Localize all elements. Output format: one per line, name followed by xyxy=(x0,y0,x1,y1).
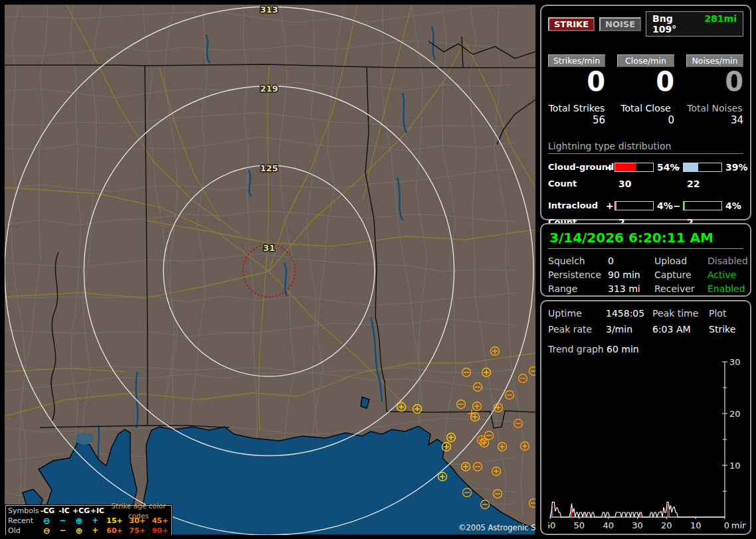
total-value: 56 xyxy=(548,114,605,126)
x-tick-label: 30 xyxy=(632,520,643,530)
total-label: Total Strikes xyxy=(548,103,605,114)
status-value: Active xyxy=(708,270,748,280)
status-label: Upload xyxy=(654,256,708,266)
plus-sign: + xyxy=(606,200,614,211)
legend-col-header: +CG xyxy=(72,506,89,516)
count-label: Count xyxy=(548,179,606,189)
legend-col-header: +IC xyxy=(89,506,106,516)
lightning-map[interactable]: 31321912531©2005 Astrogenic Systems Symb… xyxy=(5,5,535,535)
plus-bar xyxy=(614,163,654,172)
distribution-title: Lightning type distribution xyxy=(548,141,743,154)
legend-row-label: Old xyxy=(6,526,39,535)
y-tick-label: 30 xyxy=(729,358,741,367)
legend-col-header: -IC xyxy=(56,506,72,516)
minus-count: 22 xyxy=(683,179,723,189)
legend-age-code: 90+ xyxy=(149,526,171,535)
mode-row: STRIKE NOISE Bng 109° 281mi xyxy=(548,11,743,37)
rate-counters: Strikes/min0Total Strikes56Close/min0Tot… xyxy=(548,54,743,126)
minus-bar xyxy=(683,163,722,172)
map-legend: Symbols-CG-IC+CG+ICStrike age color code… xyxy=(5,505,172,535)
range-ring-label: 125 xyxy=(260,163,278,173)
bearing-distance: 281mi xyxy=(704,13,737,35)
status-label: Range xyxy=(548,283,608,294)
x-tick-label: 60 xyxy=(548,520,555,530)
distribution-count-row: Count3022 xyxy=(548,177,743,191)
distribution-row: Intracloud+4%−4% xyxy=(548,198,743,212)
rate-counter: Strikes/min0Total Strikes56 xyxy=(548,54,605,126)
uptime-cell: Peak time xyxy=(652,308,709,319)
y-tick-label: 20 xyxy=(729,409,741,419)
legend-age-code: 60+ xyxy=(104,526,126,535)
x-tick-label: 50 xyxy=(574,520,585,530)
strike-stats-panel: STRIKE NOISE Bng 109° 281mi Strikes/min0… xyxy=(540,5,751,220)
trend-line-strike-rate xyxy=(550,502,725,517)
minus-bar xyxy=(683,201,722,210)
plus-bar xyxy=(614,201,654,210)
legend-col-header: -CG xyxy=(39,506,56,516)
trend-graph-window: 60 min xyxy=(607,344,639,354)
status-label: Capture xyxy=(654,270,708,280)
minus-sign: − xyxy=(673,200,683,211)
x-tick-label: 20 xyxy=(661,520,672,530)
trend-graph-row: Trend graph 60 min xyxy=(548,344,743,354)
lightning-type-distribution: Lightning type distribution Cloud-ground… xyxy=(548,141,743,229)
x-tick-label: 40 xyxy=(603,520,614,530)
uptime-label: Peak rate xyxy=(548,324,606,335)
total-value: 0 xyxy=(617,114,674,126)
minus-sign: − xyxy=(673,162,683,173)
legend-symbols-header: Symbols xyxy=(6,506,39,516)
uptime-label: Uptime xyxy=(548,308,606,319)
uptime-cell: 6:03 AM xyxy=(652,324,709,335)
nexstorm-window: 31321912531©2005 Astrogenic Systems Symb… xyxy=(0,0,756,539)
copyright-text: ©2005 Astrogenic Systems xyxy=(458,523,535,532)
minus-percentage: 39% xyxy=(723,162,748,173)
uptime-cell: Strike xyxy=(709,324,743,335)
legend-row-label: Recent xyxy=(6,516,39,526)
status-value: 0 xyxy=(608,256,654,266)
rate-counter-button[interactable]: Strikes/min xyxy=(548,54,605,67)
plus-percentage: 54% xyxy=(654,162,673,173)
status-value: Enabled xyxy=(708,283,748,294)
x-tick-label: 10 xyxy=(690,520,702,530)
datetime-display: 3/14/2026 6:20:11 AM xyxy=(548,228,743,249)
trend-graph-label: Trend graph xyxy=(548,344,607,354)
rate-value: 0 xyxy=(617,68,674,96)
total-value: 34 xyxy=(686,114,743,126)
bearing-value: Bng 109° xyxy=(652,13,695,35)
plus-count: 30 xyxy=(614,179,654,189)
bearing-display: Bng 109° 281mi xyxy=(646,11,743,37)
rate-counter-button[interactable]: Close/min xyxy=(617,54,674,67)
status-label: Squelch xyxy=(548,256,608,266)
strike-mode-button[interactable]: STRIKE xyxy=(548,17,595,31)
legend-age-code: 30+ xyxy=(126,516,149,526)
noise-mode-button[interactable]: NOISE xyxy=(599,17,641,31)
uptime-value: 1458:05 xyxy=(606,308,652,319)
x-tick-label: 0 xyxy=(724,520,729,530)
status-label: Persistence xyxy=(548,270,608,280)
rate-counter: Noises/min0Total Noises34 xyxy=(686,54,743,126)
legend-header-row: Symbols-CG-IC+CG+ICStrike age color code… xyxy=(6,506,171,516)
legend-row: Old⊖−⊕+60+75+90+ xyxy=(6,526,171,535)
trend-chart-canvas: 1020306050403020100min xyxy=(548,358,746,532)
map-canvas[interactable]: 31321912531©2005 Astrogenic Systems xyxy=(5,5,535,535)
minus-bar-fill xyxy=(684,202,685,210)
status-value: 313 mi xyxy=(608,283,654,294)
distribution-type-label: Cloud-ground xyxy=(548,162,606,172)
legend-age-code: 45+ xyxy=(149,516,171,526)
legend-symbol-plus-ic: + xyxy=(87,526,103,535)
status-value: Disabled xyxy=(708,256,748,266)
legend-symbol-minus-ic: − xyxy=(54,526,70,535)
receiver-status-grid: Squelch0UploadDisabledPersistence90 minC… xyxy=(548,256,743,294)
rate-value: 0 xyxy=(686,68,743,96)
distribution-row: Cloud-ground+54%−39% xyxy=(548,160,743,174)
range-ring-label: 313 xyxy=(260,5,278,15)
status-panel: 3/14/2026 6:20:11 AM Squelch0UploadDisab… xyxy=(540,223,751,297)
legend-age-code: 75+ xyxy=(126,526,149,535)
legend-symbol-minus-cg: ⊖ xyxy=(39,516,54,526)
legend-symbol-plus-cg: ⊕ xyxy=(71,516,87,526)
rate-counter-button[interactable]: Noises/min xyxy=(686,54,743,67)
plus-sign: + xyxy=(606,162,614,173)
minus-percentage: 4% xyxy=(723,200,743,211)
rate-value: 0 xyxy=(548,68,605,96)
legend-symbol-plus-ic: + xyxy=(87,516,103,526)
